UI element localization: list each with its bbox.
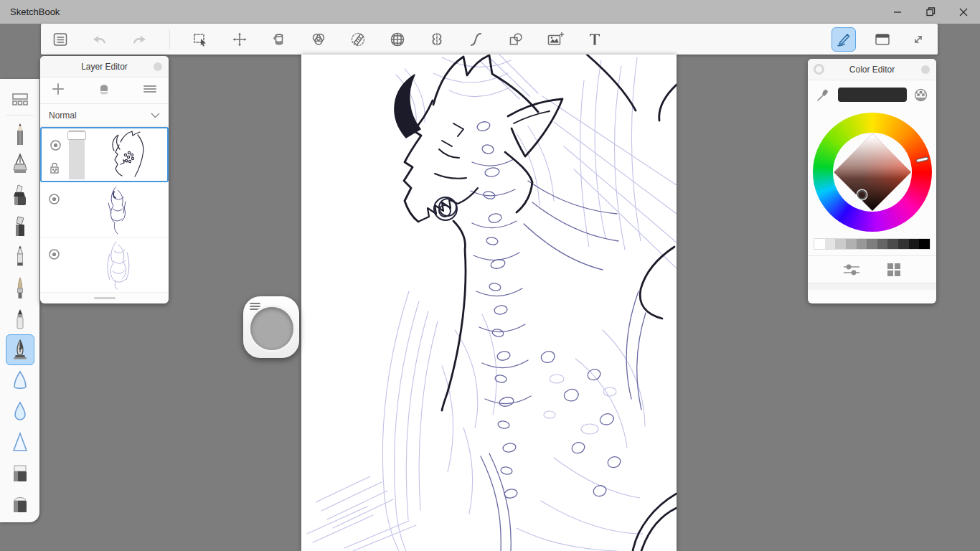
- smudge-icon: [11, 369, 29, 392]
- swatches-view-icon[interactable]: [886, 262, 902, 278]
- layer-menu-button[interactable]: [143, 84, 157, 97]
- sidebar-divider: [6, 115, 34, 116]
- layer-list: [40, 127, 169, 293]
- grayscale-swatch[interactable]: [909, 239, 920, 249]
- water-drop-icon: [11, 400, 29, 423]
- undo-button[interactable]: [90, 30, 109, 49]
- color-editor-header[interactable]: Color Editor: [808, 59, 936, 80]
- layer-visibility-icon[interactable]: [48, 193, 60, 205]
- predictive-stroke-button[interactable]: [467, 30, 486, 49]
- grayscale-swatch[interactable]: [867, 239, 877, 249]
- brush-triangle-smudge[interactable]: [6, 427, 34, 458]
- add-layer-button[interactable]: [52, 83, 65, 98]
- brush-inking-pen[interactable]: [6, 149, 34, 180]
- layer-row-1[interactable]: [40, 127, 169, 182]
- transparency-lock-icon[interactable]: [50, 161, 60, 174]
- brush-angled-pen[interactable]: [6, 211, 34, 242]
- brush-pencil[interactable]: [6, 118, 34, 149]
- brush-paintbrush[interactable]: [6, 273, 34, 303]
- redo-icon: [130, 31, 149, 48]
- close-button[interactable]: [947, 0, 980, 24]
- fullscreen-button[interactable]: [909, 30, 928, 49]
- panel-collapse-dot[interactable]: [921, 65, 930, 74]
- color-editor-title: Color Editor: [849, 65, 895, 75]
- color-wheel[interactable]: [813, 113, 932, 232]
- brush-library-button[interactable]: [6, 86, 34, 113]
- shapes-tool-button[interactable]: [507, 30, 525, 49]
- previous-color-ring-icon[interactable]: [814, 64, 824, 75]
- text-tool-button[interactable]: [585, 30, 604, 49]
- brush-mode-button[interactable]: [831, 27, 856, 52]
- main-toolbar: [41, 24, 938, 55]
- color-palette-icon[interactable]: [914, 88, 928, 102]
- undo-icon: [90, 31, 109, 48]
- brush-soft-eraser[interactable]: [6, 489, 34, 519]
- minimize-button[interactable]: [881, 0, 914, 24]
- color-editor-panel: Color Editor: [808, 59, 936, 303]
- brush-puck[interactable]: [243, 296, 299, 358]
- layer-visibility-icon[interactable]: [48, 248, 60, 260]
- import-image-button[interactable]: [546, 30, 565, 49]
- ruler-icon: [349, 31, 367, 48]
- opacity-slider-handle[interactable]: [67, 131, 86, 140]
- layer-editor-header[interactable]: Layer Editor: [40, 56, 169, 77]
- triangle-icon: [11, 431, 29, 454]
- transform-tool-button[interactable]: [230, 30, 249, 49]
- grayscale-swatch[interactable]: [835, 239, 846, 249]
- blend-mode-value: Normal: [49, 110, 77, 121]
- layer-opacity-slider[interactable]: [69, 130, 85, 179]
- brush-water-blend[interactable]: [6, 396, 34, 427]
- grayscale-swatch[interactable]: [857, 239, 867, 249]
- grayscale-swatch[interactable]: [846, 239, 857, 249]
- color-adjust-button[interactable]: [309, 30, 328, 49]
- saturation-cursor[interactable]: [857, 190, 867, 199]
- layer-row-2[interactable]: [40, 182, 169, 237]
- brush-felt-tip-pen[interactable]: [6, 303, 34, 334]
- grayscale-swatch[interactable]: [825, 239, 836, 249]
- color-wheel-area: [808, 109, 936, 235]
- perspective-tool-button[interactable]: [388, 30, 407, 49]
- symmetry-tool-button[interactable]: [428, 30, 446, 49]
- brush-puck-dial[interactable]: [250, 307, 293, 350]
- restore-icon: [926, 7, 936, 17]
- redo-button[interactable]: [130, 30, 149, 49]
- grayscale-swatch[interactable]: [877, 239, 888, 249]
- interface-button[interactable]: [873, 30, 892, 49]
- chisel-marker-icon: [11, 184, 29, 208]
- panel-resize-handle[interactable]: [94, 297, 116, 299]
- close-icon: [959, 8, 968, 17]
- text-icon: [586, 31, 603, 48]
- brush-nib-pen[interactable]: [6, 334, 34, 365]
- brush-hard-eraser[interactable]: [6, 458, 34, 489]
- ruler-tool-button[interactable]: [349, 30, 367, 49]
- titlebar: SketchBook: [0, 0, 980, 24]
- brush-chisel-marker[interactable]: [6, 180, 34, 211]
- restore-button[interactable]: [914, 0, 947, 24]
- brush-ballpoint-pen[interactable]: [6, 242, 34, 273]
- grayscale-swatches: [814, 238, 930, 250]
- grayscale-swatch[interactable]: [919, 239, 930, 249]
- grayscale-swatch[interactable]: [887, 239, 898, 249]
- layer-visibility-icon[interactable]: [50, 139, 62, 151]
- grayscale-swatch[interactable]: [898, 239, 909, 249]
- layer-thumbnail: [83, 184, 148, 235]
- menu-button[interactable]: [51, 30, 70, 49]
- canvas[interactable]: [301, 55, 677, 551]
- layer-row-3[interactable]: [40, 237, 169, 293]
- current-color-swatch[interactable]: [838, 88, 907, 102]
- fill-icon: [270, 31, 288, 48]
- sliders-view-icon[interactable]: [842, 263, 861, 277]
- panel-collapse-dot[interactable]: [154, 62, 162, 71]
- layer-marker-button[interactable]: [98, 82, 110, 99]
- fullscreen-icon: [910, 31, 927, 48]
- eyedropper-icon[interactable]: [816, 88, 831, 102]
- selection-tool-button[interactable]: [191, 30, 209, 49]
- grayscale-swatch[interactable]: [814, 239, 825, 249]
- ballpoint-pen-icon: [13, 245, 27, 270]
- transform-icon: [231, 31, 248, 48]
- brush-smudge[interactable]: [6, 365, 34, 396]
- brush-sidebar: [0, 79, 39, 522]
- window-title: SketchBook: [0, 6, 60, 17]
- blend-mode-dropdown[interactable]: Normal: [40, 104, 169, 127]
- fill-tool-button[interactable]: [270, 30, 288, 49]
